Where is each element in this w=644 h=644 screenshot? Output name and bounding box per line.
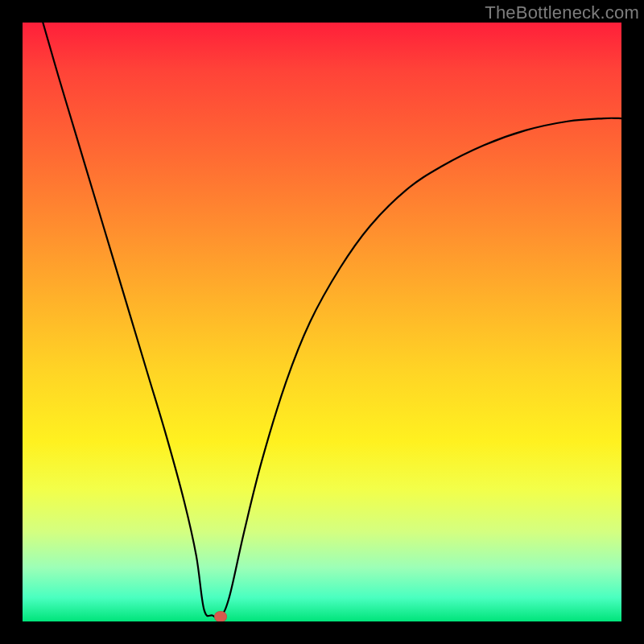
- chart-frame: TheBottleneck.com: [0, 0, 644, 644]
- plot-area: [23, 23, 621, 621]
- bottleneck-curve: [23, 23, 621, 621]
- watermark-text: TheBottleneck.com: [485, 2, 639, 23]
- optimal-point-marker: [214, 611, 227, 621]
